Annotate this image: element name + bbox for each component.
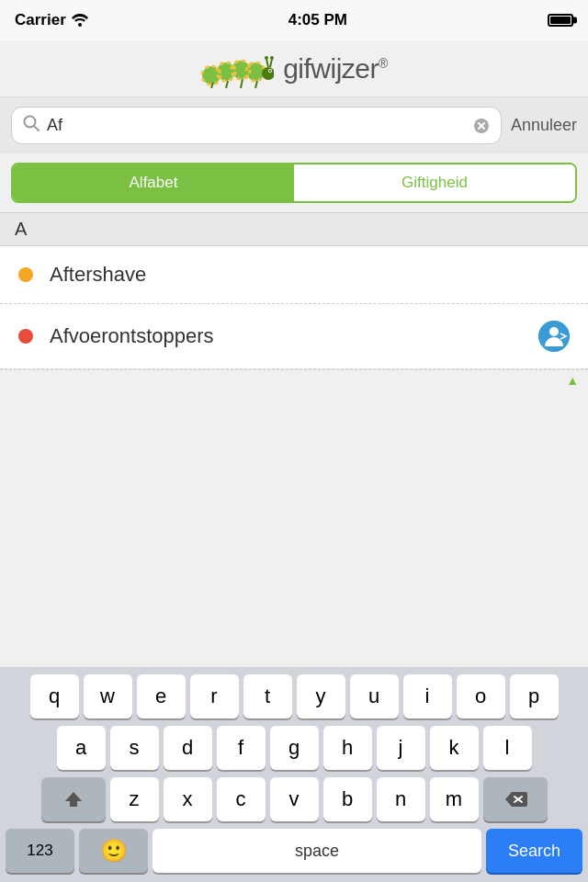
keyboard: q w e r t y u i o p a s d f g h j k l z … [0,667,588,882]
segment-giftigheid[interactable]: Giftigheid [294,164,575,201]
dot-indicator-red [18,329,33,344]
key-y[interactable]: y [297,674,345,718]
key-search[interactable]: Search [486,829,582,873]
item-badge-icon [538,321,570,352]
svg-line-17 [226,81,228,88]
search-icon [23,115,40,136]
key-s[interactable]: s [110,726,159,770]
key-h[interactable]: h [323,726,372,770]
clear-button[interactable] [473,118,490,134]
svg-line-14 [270,59,272,67]
key-r[interactable]: r [190,674,239,718]
key-g[interactable]: g [270,726,319,770]
wifi-icon [72,14,88,27]
key-o[interactable]: o [457,674,505,718]
svg-point-13 [265,56,268,60]
dot-indicator-orange [18,267,33,282]
scroll-indicator: ▲ [0,369,588,390]
list-item[interactable]: Aftershave [0,246,588,304]
key-space[interactable]: space [153,829,481,873]
key-p[interactable]: p [510,674,559,718]
key-123[interactable]: 123 [6,829,74,873]
list-container: Aftershave Afvoerontstoppers [0,246,588,369]
item-name-aftershave: Aftershave [50,263,570,287]
key-d[interactable]: d [164,726,212,770]
key-shift[interactable] [41,777,106,821]
key-t[interactable]: t [243,674,292,718]
search-input[interactable] [47,116,466,135]
keyboard-row-2: a s d f g h j k l [3,726,585,770]
search-bar-container: Annuleer [0,97,588,153]
list-item[interactable]: Afvoerontstoppers [0,304,588,369]
svg-point-26 [549,327,559,336]
key-e[interactable]: e [137,674,186,718]
caterpillar-logo-icon [200,48,274,89]
svg-marker-27 [65,792,82,807]
key-b[interactable]: b [323,777,372,821]
key-c[interactable]: c [217,777,266,821]
carrier-label: Carrier [15,11,66,29]
cancel-button[interactable]: Annuleer [511,116,577,135]
svg-line-21 [34,126,39,130]
key-v[interactable]: v [270,777,319,821]
svg-point-15 [270,56,274,60]
key-z[interactable]: z [110,777,159,821]
segment-control: Alfabet Giftigheid [11,163,577,203]
scroll-arrow-icon: ▲ [566,373,579,388]
key-f[interactable]: f [217,726,266,770]
key-i[interactable]: i [403,674,452,718]
app-header: gifwijzer® [0,40,588,97]
emoji-icon: 🙂 [100,838,128,864]
key-k[interactable]: k [430,726,479,770]
key-a[interactable]: a [57,726,106,770]
key-delete[interactable] [483,777,548,821]
svg-line-18 [241,79,243,88]
app-logo: gifwijzer® [200,48,388,89]
key-n[interactable]: n [377,777,425,821]
key-emoji[interactable]: 🙂 [79,829,148,873]
key-j[interactable]: j [377,726,425,770]
svg-line-19 [255,81,257,88]
status-bar: Carrier 4:05 PM [0,0,588,40]
status-carrier: Carrier [15,11,88,29]
key-l[interactable]: l [483,726,532,770]
app-title: gifwijzer® [283,53,388,85]
key-w[interactable]: w [84,674,132,718]
svg-line-12 [266,59,268,67]
key-q[interactable]: q [30,674,79,718]
keyboard-bottom-row: 123 🙂 space Search [3,829,585,873]
svg-point-0 [78,23,82,27]
status-time: 4:05 PM [288,11,347,29]
status-battery [548,14,573,27]
section-header-a: A [0,212,588,246]
key-x[interactable]: x [164,777,212,821]
battery-icon [548,14,573,27]
svg-point-11 [269,70,271,72]
search-input-wrapper[interactable] [11,107,502,144]
keyboard-row-3: z x c v b n m [3,777,585,821]
key-m[interactable]: m [430,777,479,821]
item-name-afvoerontstoppers: Afvoerontstoppers [50,324,522,348]
segment-alfabet[interactable]: Alfabet [13,164,294,201]
key-u[interactable]: u [350,674,399,718]
keyboard-row-1: q w e r t y u i o p [3,674,585,718]
